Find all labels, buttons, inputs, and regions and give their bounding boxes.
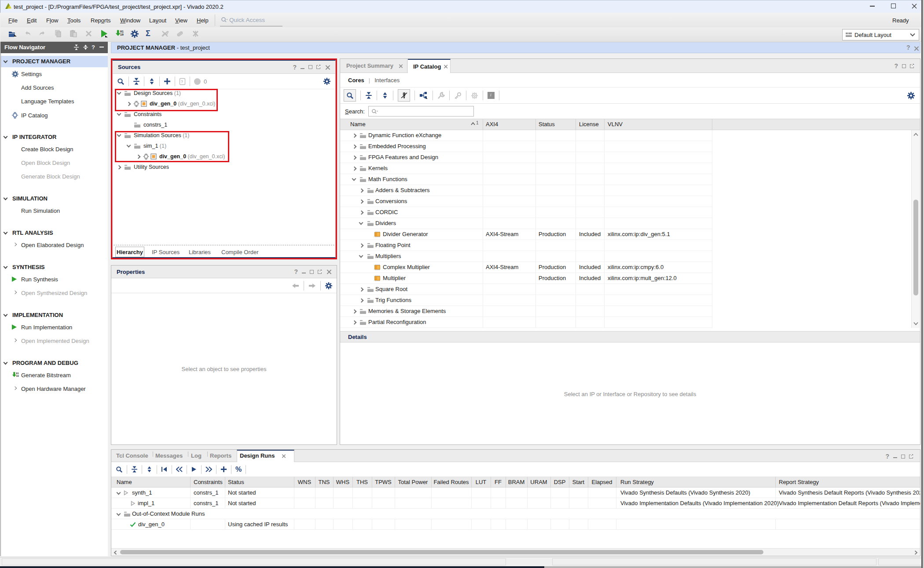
svg-text:10: 10 <box>120 33 124 36</box>
svg-text:01: 01 <box>120 30 124 33</box>
svg-text:10: 10 <box>16 375 19 378</box>
